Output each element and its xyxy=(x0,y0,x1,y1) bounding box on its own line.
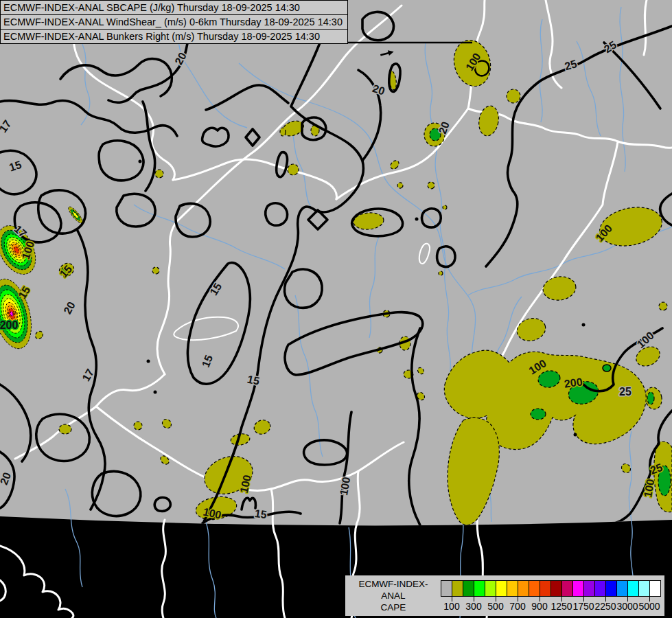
storm-motion-dot xyxy=(582,323,586,327)
storm-motion-dot xyxy=(574,433,577,437)
legend-color-cell xyxy=(485,580,496,597)
legend-color-cell xyxy=(540,580,551,597)
legend-color-cell xyxy=(518,580,529,597)
legend-color-cell xyxy=(583,580,595,597)
legend-tick-label: 1250 xyxy=(551,601,572,612)
legend-color-cell xyxy=(627,580,639,597)
legend-tick-label: 300 xyxy=(465,601,481,612)
legend-color-cell xyxy=(551,580,562,597)
title-bar: ECMWF-INDEX-ANAL SBCAPE (J/kg) Thursday … xyxy=(0,0,348,44)
legend-color-cell xyxy=(594,580,606,597)
legend-tick-label: 100 xyxy=(443,601,459,612)
legend-title: ECMWF-INDEX-ANAL CAPE J/kg xyxy=(348,578,439,618)
legend-tick-label: 1750 xyxy=(572,601,594,612)
weather-map-canvas: 2017151710015152020017202020100252515151… xyxy=(0,0,672,618)
legend-title-units: J/kg xyxy=(348,613,439,618)
legend-color-cell xyxy=(616,580,628,597)
legend: ECMWF-INDEX-ANAL CAPE J/kg 1003005007009… xyxy=(345,575,664,616)
legend-tick-label: 500 xyxy=(487,601,503,612)
title-line-sbcape: ECMWF-INDEX-ANAL SBCAPE (J/kg) Thursday … xyxy=(0,0,348,15)
legend-color-cell xyxy=(638,580,650,597)
storm-motion-dot xyxy=(415,218,419,221)
legend-title-parameter: CAPE xyxy=(348,602,439,613)
storm-motion-dot xyxy=(154,391,157,394)
storm-motion-dot xyxy=(147,360,150,363)
storm-motion-dot xyxy=(139,160,142,163)
legend-color-cell xyxy=(572,580,584,597)
legend-color-cell xyxy=(649,580,661,597)
contour-label-25: 25 xyxy=(619,386,632,398)
legend-tick-label: 700 xyxy=(509,601,525,612)
contour-label-15: 15 xyxy=(246,373,261,387)
legend-color-cell xyxy=(529,580,540,597)
legend-color-cell xyxy=(507,580,518,597)
legend-colorbar xyxy=(441,580,661,597)
title-line-windshear: ECMWF-INDEX-ANAL WindShear_ (m/s) 0-6km … xyxy=(0,14,348,30)
legend-color-cell xyxy=(605,580,617,597)
contour-label-15: 15 xyxy=(254,507,268,520)
legend-color-cell xyxy=(452,580,463,597)
legend-tick-label: 2250 xyxy=(594,601,616,612)
legend-color-cell xyxy=(474,580,485,597)
legend-color-cell xyxy=(463,580,474,597)
legend-tick-label: 3000 xyxy=(616,601,638,612)
title-line-bunkers: ECMWF-INDEX-ANAL Bunkers Right (m/s) Thu… xyxy=(0,29,348,44)
legend-title-model: ECMWF-INDEX-ANAL xyxy=(348,578,439,602)
legend-tick-label: 900 xyxy=(531,601,547,612)
legend-color-cell xyxy=(561,580,573,597)
legend-tick-label: 5000 xyxy=(638,601,660,612)
legend-color-cell xyxy=(441,580,452,597)
contour-label-200: 200 xyxy=(0,319,18,331)
legend-color-cell xyxy=(496,580,507,597)
